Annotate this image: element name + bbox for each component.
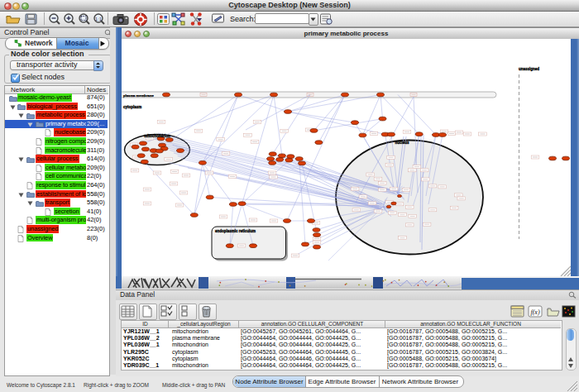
svg-text:nucleus: nucleus <box>395 141 409 145</box>
svg-text:plasma membrane: plasma membrane <box>123 93 154 98</box>
svg-text:f(x): f(x) <box>530 308 539 316</box>
svg-text:mitochondrion: mitochondrion <box>144 134 170 138</box>
svg-text:cytoplasm: cytoplasm <box>123 105 141 109</box>
svg-text:1:1: 1:1 <box>95 17 103 22</box>
svg-text:endoplasmic reticulum: endoplasmic reticulum <box>215 229 256 233</box>
svg-text:unassigned: unassigned <box>519 67 539 71</box>
